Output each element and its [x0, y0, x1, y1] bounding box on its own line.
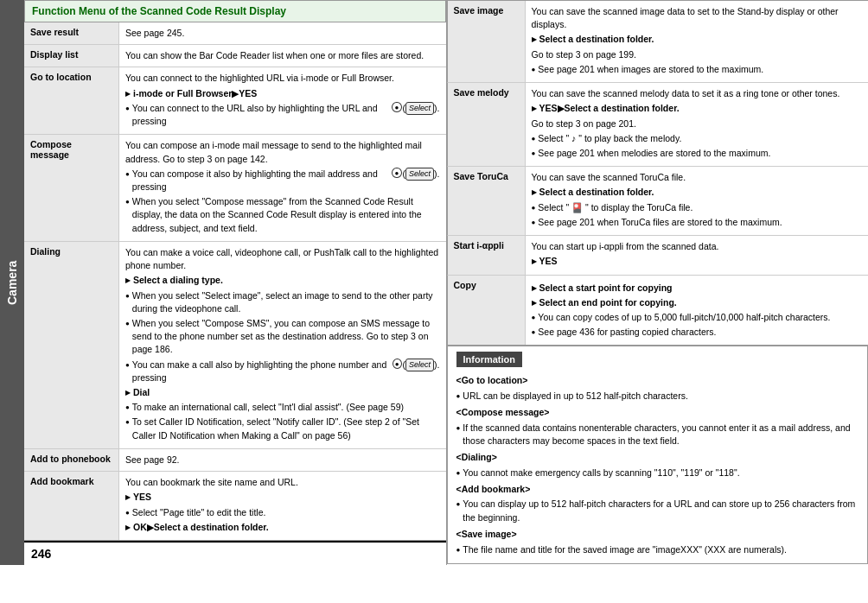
select-button: Select: [405, 359, 434, 371]
bullet-item: URL can be displayed in up to 512 half-p…: [456, 390, 859, 403]
func-name-save-toruca: Save ToruCa: [448, 167, 526, 235]
func-name-compose-message: Compose message: [24, 135, 119, 241]
table-row: Go to location You can connect to the hi…: [24, 67, 446, 135]
func-name-dialing: Dialing: [24, 242, 119, 448]
table-row: Compose message You can compose an i-mod…: [24, 135, 446, 242]
func-desc-copy: Select a start point for copying Select …: [526, 276, 869, 346]
arrow-item: Dial: [125, 386, 440, 399]
desc-text: You can save the scanned image data to s…: [532, 5, 863, 31]
table-row: Save image You can save the scanned imag…: [447, 0, 869, 83]
arrow-item: YES: [532, 255, 863, 268]
table-row: Start i-αppli You can start up i-αppli f…: [447, 236, 869, 275]
func-name-add-phonebook: Add to phonebook: [24, 449, 119, 471]
bullet-item: Select " ♪ " to play back the melody.: [532, 132, 863, 145]
arrow-item: i-mode or Full Browser▶YES: [125, 87, 440, 100]
arrow-text: i-mode or Full Browser▶YES: [133, 87, 257, 100]
table-row: Save melody You can save the scanned mel…: [447, 83, 869, 167]
info-title-save-image: <Save image>: [456, 528, 859, 542]
bullet-item: You can make a call also by highlighting…: [125, 359, 440, 384]
func-name-goto-location: Go to location: [24, 67, 119, 134]
arrow-item: YES: [125, 491, 440, 504]
func-name-save-image: Save image: [448, 1, 526, 82]
page-number: 246: [24, 541, 446, 565]
desc-text: You can bookmark the site name and URL.: [125, 476, 440, 489]
func-desc-start-appli: You can start up i-αppli from the scanne…: [526, 236, 869, 274]
left-table-section: Function Menu of the Scanned Code Result…: [24, 0, 447, 565]
select-button: Select: [405, 168, 434, 181]
bullet-item: See page 201 when melodies are stored to…: [532, 147, 863, 160]
func-desc-add-bookmark: You can bookmark the site name and URL. …: [119, 472, 446, 540]
func-desc-goto-location: You can connect to the highlighted URL v…: [119, 67, 446, 134]
bullet-item: See page 201 when images are stored to t…: [532, 63, 863, 76]
arrow-item: YES▶Select a destination folder.: [532, 102, 863, 115]
info-title-compose: <Compose message>: [456, 406, 859, 420]
bullet-item: You can compose it also by highlighting …: [125, 168, 440, 194]
bullet-item: To set Caller ID Notification, select "N…: [125, 416, 440, 441]
arrow-item: Select a destination folder.: [532, 186, 863, 199]
desc-text: You can save the scanned melody data to …: [532, 87, 863, 100]
func-desc-save-toruca: You can save the scanned ToruCa file. Se…: [526, 167, 869, 235]
bullet-item: See page 201 when ToruCa files are store…: [532, 216, 863, 229]
circle-button: ●: [392, 102, 401, 112]
func-desc-save-melody: You can save the scanned melody data to …: [526, 83, 869, 166]
information-section: Information <Go to location> URL can be …: [447, 346, 869, 564]
bullet-item: You can copy codes of up to 5,000 full-p…: [532, 311, 863, 324]
info-title-goto: <Go to location>: [456, 374, 859, 388]
select-button: Select: [405, 102, 434, 115]
table-row: Display list You can show the Bar Code R…: [24, 45, 446, 67]
func-desc-dialing: You can make a voice call, videophone ca…: [119, 242, 446, 448]
info-title-bookmark: <Add bookmark>: [456, 483, 859, 497]
circle-button: ●: [393, 359, 402, 369]
circle-button: ●: [392, 168, 401, 178]
bullet-item: You cannot make emergency calls by scann…: [456, 467, 859, 480]
camera-label: Camera: [0, 0, 24, 565]
page-container: Camera Function Menu of the Scanned Code…: [0, 0, 868, 565]
right-table-section: Save image You can save the scanned imag…: [447, 0, 869, 565]
table-row: Copy Select a start point for copying Se…: [447, 276, 869, 346]
table-title: Function Menu of the Scanned Code Result…: [32, 5, 286, 17]
arrow-item: Select a dialing type.: [125, 274, 440, 287]
table-row: Save ToruCa You can save the scanned Tor…: [447, 167, 869, 236]
bullet-item: Select "Page title" to edit the title.: [125, 506, 440, 519]
desc-text-2: Go to step 3 on page 201.: [532, 117, 863, 130]
table-row: Add to phonebook See page 92.: [24, 449, 446, 472]
func-desc-add-phonebook: See page 92.: [119, 449, 446, 471]
table-row: Add bookmark You can bookmark the site n…: [24, 472, 446, 541]
info-title-dialing: <Dialing>: [456, 451, 859, 465]
desc-text: You can save the scanned ToruCa file.: [532, 171, 863, 184]
desc-text: You can start up i-αppli from the scanne…: [532, 240, 863, 253]
func-name-save-melody: Save melody: [448, 83, 526, 166]
desc-text: You can connect to the highlighted URL v…: [125, 72, 440, 85]
func-desc-save-image: You can save the scanned image data to s…: [526, 1, 869, 82]
bullet-item: When you select "Compose SMS", you can c…: [125, 317, 440, 357]
bullet-item: The file name and title for the saved im…: [456, 543, 859, 557]
bullet-item: You can display up to 512 half-pitch cha…: [456, 498, 859, 525]
func-desc-compose-message: You can compose an i-mode mail message t…: [119, 135, 446, 241]
func-name-copy: Copy: [448, 276, 526, 346]
information-content: <Go to location> URL can be displayed in…: [456, 374, 859, 556]
desc-text-2: Go to step 3 on page 199.: [532, 48, 863, 61]
main-layout: Camera Function Menu of the Scanned Code…: [0, 0, 868, 565]
arrow-item: Select an end point for copying.: [532, 296, 863, 309]
information-header: Information: [456, 352, 523, 367]
arrow-item: Select a destination folder.: [532, 33, 863, 46]
bullet-item: When you select "Select image", select a…: [125, 289, 440, 315]
bullet-item: Select " 🎴 " to display the ToruCa file.: [532, 201, 863, 214]
desc-text: You can compose an i-mode mail message t…: [125, 139, 440, 165]
bullet-item: If the scanned data contains nonenterabl…: [456, 422, 859, 449]
bullet-item: See page 436 for pasting copied characte…: [532, 326, 863, 339]
bullet-item: You can connect to the URL also by highl…: [125, 102, 440, 128]
func-desc-save-result: See page 245.: [119, 22, 446, 44]
bullet-item: When you select "Compose message" from t…: [125, 195, 440, 235]
table-row: Dialing You can make a voice call, video…: [24, 242, 446, 449]
func-name-display-list: Display list: [24, 45, 119, 67]
func-desc-display-list: You can show the Bar Code Reader list wh…: [119, 45, 446, 67]
func-name-save-result: Save result: [24, 22, 119, 44]
table-header: Function Menu of the Scanned Code Result…: [24, 0, 446, 22]
desc-text: You can make a voice call, videophone ca…: [125, 246, 440, 272]
arrow-item: Select a start point for copying: [532, 282, 863, 295]
arrow-item: OK▶Select a destination folder.: [125, 521, 440, 534]
bullet-item: To make an international call, select "I…: [125, 401, 440, 414]
table-row: Save result See page 245.: [24, 22, 446, 45]
func-name-add-bookmark: Add bookmark: [24, 472, 119, 540]
